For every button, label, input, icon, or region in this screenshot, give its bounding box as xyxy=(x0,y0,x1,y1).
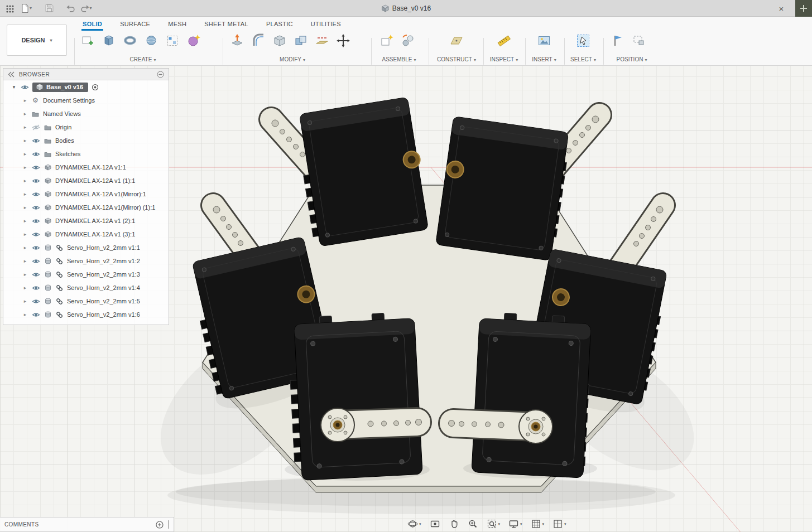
model-servo-horn-6[interactable] xyxy=(449,410,553,443)
browser-tree-item[interactable]: ▸ Sketches xyxy=(3,147,169,161)
expand-caret[interactable]: ▸ xyxy=(22,245,28,250)
group-label-modify[interactable]: MODIFY▾ xyxy=(228,56,357,62)
viewports-tool[interactable]: ▾ xyxy=(551,518,568,530)
grid-and-snaps-tool[interactable]: ▾ xyxy=(530,518,546,530)
browser-tree-item[interactable]: ▸ xyxy=(3,281,169,294)
expand-caret[interactable]: ▸ xyxy=(22,165,28,170)
comments-resize-grip[interactable] xyxy=(168,520,169,529)
expand-caret[interactable]: ▸ xyxy=(22,205,28,210)
browser-tree-item[interactable]: ▸ xyxy=(3,308,169,321)
fillet-button[interactable] xyxy=(249,31,268,50)
expand-caret[interactable]: ▾ xyxy=(11,84,17,90)
move-copy-button[interactable] xyxy=(334,31,353,50)
group-label-construct[interactable]: CONSTRUCT▾ xyxy=(433,56,480,62)
sphere-primitive-button[interactable] xyxy=(142,31,161,50)
group-label-insert[interactable]: INSERT▾ xyxy=(528,56,560,62)
visibility-eye-icon[interactable] xyxy=(31,285,40,291)
browser-tree-item[interactable]: ▸ xyxy=(3,254,169,268)
group-label-inspect[interactable]: INSPECT▾ xyxy=(487,56,521,62)
revert-position-button[interactable] xyxy=(630,31,648,50)
expand-caret[interactable]: ▸ xyxy=(22,298,28,304)
model-servo-2[interactable] xyxy=(436,117,571,261)
expand-caret[interactable]: ▸ xyxy=(22,258,28,264)
expand-caret[interactable]: ▸ xyxy=(22,191,28,197)
browser-tree-item[interactable]: ▸ xyxy=(3,214,169,228)
visibility-eye-icon[interactable] xyxy=(31,218,40,224)
tab-sheet-metal[interactable]: SHEET METAL xyxy=(203,18,249,31)
undo-button[interactable] xyxy=(64,2,77,15)
select-tool-button[interactable] xyxy=(574,31,593,50)
visibility-eye-icon[interactable] xyxy=(31,231,40,238)
pattern-button[interactable] xyxy=(163,31,182,50)
browser-tree-item[interactable]: ▸ xyxy=(3,161,169,174)
browser-tree-item[interactable]: ▸ xyxy=(3,174,169,187)
look-at-tool[interactable] xyxy=(429,518,441,530)
root-component-pill[interactable]: Base_v0 v16 xyxy=(32,83,88,92)
model-servo-5[interactable] xyxy=(287,312,422,481)
visibility-eye-icon[interactable] xyxy=(31,178,40,184)
visibility-eye-icon[interactable] xyxy=(31,205,40,211)
press-pull-button[interactable] xyxy=(228,31,247,50)
visibility-eye-icon[interactable] xyxy=(31,258,40,264)
model-servo-horn-5[interactable] xyxy=(321,408,422,442)
visibility-eye-icon[interactable] xyxy=(31,165,40,171)
design-workspace-selector[interactable]: DESIGN ▾ xyxy=(7,25,67,56)
create-sketch-button[interactable] xyxy=(78,31,97,50)
visibility-eye-icon[interactable] xyxy=(31,272,40,278)
app-grid-menu-button[interactable] xyxy=(3,2,17,15)
group-label-assemble[interactable]: ASSEMBLE▾ xyxy=(377,56,421,62)
torus-primitive-button[interactable] xyxy=(121,31,140,50)
split-body-button[interactable] xyxy=(313,31,331,50)
file-menu-button[interactable]: ▾ xyxy=(19,2,32,15)
browser-tree-item[interactable]: ▸ xyxy=(3,228,169,241)
new-component-button[interactable] xyxy=(377,31,396,50)
expand-caret[interactable]: ▸ xyxy=(22,138,28,143)
group-label-select[interactable]: SELECT▾ xyxy=(567,56,599,62)
browser-tree-item[interactable]: ▸ ⚙ Document Settings xyxy=(3,94,169,107)
zoom-tool[interactable] xyxy=(467,518,479,530)
tab-utilities[interactable]: UTILITIES xyxy=(310,18,342,31)
corner-app-button[interactable] xyxy=(795,0,812,17)
insert-canvas-button[interactable] xyxy=(535,31,554,50)
visibility-eye-icon[interactable] xyxy=(31,138,40,144)
browser-tree-item[interactable]: ▸ xyxy=(3,241,169,254)
browser-tree-item[interactable]: ▸ xyxy=(3,187,169,201)
capture-position-button[interactable] xyxy=(608,31,627,50)
expand-caret[interactable]: ▸ xyxy=(22,312,28,317)
visibility-eye-icon[interactable] xyxy=(20,84,29,90)
expand-caret[interactable]: ▸ xyxy=(22,231,28,237)
group-label-create[interactable]: CREATE▾ xyxy=(78,56,208,62)
browser-tree-item[interactable]: ▸ Origin xyxy=(3,120,169,134)
browser-root-row[interactable]: ▾ Base_v0 v16 xyxy=(3,80,169,94)
shell-button[interactable] xyxy=(270,31,289,50)
visibility-eye-icon[interactable] xyxy=(31,191,40,197)
collapse-panel-icon[interactable] xyxy=(157,71,164,78)
tab-surface[interactable]: SURFACE xyxy=(119,18,151,31)
visibility-eye-icon[interactable] xyxy=(31,298,40,304)
tab-mesh[interactable]: MESH xyxy=(167,18,188,31)
box-primitive-button[interactable] xyxy=(99,31,118,50)
visibility-eye-icon[interactable] xyxy=(31,151,40,157)
pan-tool[interactable] xyxy=(448,518,460,530)
expand-caret[interactable]: ▸ xyxy=(22,285,28,291)
combine-button[interactable] xyxy=(291,31,310,50)
construction-plane-button[interactable] xyxy=(447,31,466,50)
visibility-eye-icon[interactable] xyxy=(31,312,40,318)
model-servo-6[interactable] xyxy=(472,312,593,478)
expand-caret[interactable]: ▸ xyxy=(22,272,28,277)
add-comment-icon[interactable] xyxy=(156,521,164,529)
orbit-tool[interactable]: ▾ xyxy=(406,518,422,530)
expand-caret[interactable]: ▸ xyxy=(22,124,28,130)
browser-tree-item[interactable]: ▸ xyxy=(3,268,169,281)
browser-tree-item[interactable]: ▸ Bodies xyxy=(3,134,169,147)
display-settings-tool[interactable]: ▾ xyxy=(507,518,523,530)
visibility-eye-off-icon[interactable] xyxy=(31,124,40,130)
expand-caret[interactable]: ▸ xyxy=(22,178,28,183)
browser-tree-item[interactable]: ▸ xyxy=(3,201,169,214)
browser-header[interactable]: BROWSER xyxy=(3,69,169,80)
expand-caret[interactable]: ▸ xyxy=(22,111,28,117)
tab-plastic[interactable]: PLASTIC xyxy=(265,18,294,31)
save-button[interactable] xyxy=(42,2,56,15)
browser-tree-item[interactable]: ▸ Named Views xyxy=(3,107,169,120)
visibility-eye-icon[interactable] xyxy=(31,245,40,251)
